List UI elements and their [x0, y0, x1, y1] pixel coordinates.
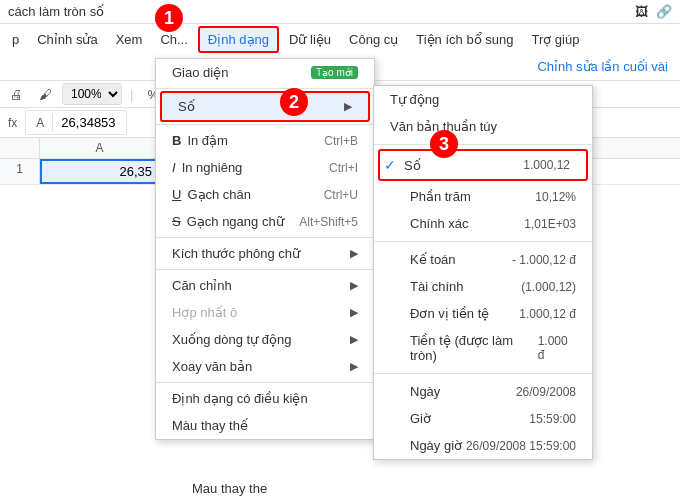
divider-3: [156, 237, 374, 238]
taomoi-badge: Tạo mới: [311, 66, 358, 79]
formula-value: 26,34853: [53, 113, 123, 132]
so-checkmark: ✓: [384, 157, 396, 173]
chinhxac-value: 1,01E+03: [524, 217, 576, 231]
cell-ref: A: [28, 114, 53, 132]
indam-shortcut: Ctrl+B: [324, 134, 358, 148]
so-divider-2: [374, 241, 592, 242]
menu-dulieu[interactable]: Dữ liệu: [281, 28, 339, 51]
menu-lastedit[interactable]: Chỉnh sửa lần cuối vài: [529, 55, 676, 78]
so-divider-3: [374, 373, 592, 374]
ketoan-value: - 1.000,12 đ: [512, 253, 576, 267]
paint-btn[interactable]: 🖌: [33, 84, 58, 105]
menu-giaodien[interactable]: Giao diện Tạo mới: [156, 59, 374, 86]
corner-cell: [0, 138, 40, 158]
mauthayte-label: Màu thay thế: [172, 418, 248, 433]
menu-dinhangddk[interactable]: Định dạng có điều kiện: [156, 385, 374, 412]
menu-trogiup[interactable]: Trợ giúp: [523, 28, 587, 51]
dinhdangddk-label: Định dạng có điều kiện: [172, 391, 308, 406]
so-gio[interactable]: Giờ 15:59:00: [374, 405, 592, 432]
icon-link[interactable]: 🔗: [656, 4, 672, 19]
menu-xem[interactable]: Xem: [108, 28, 151, 51]
xoayvb-label: Xoay văn bản: [172, 359, 252, 374]
so-tudong[interactable]: Tự động: [374, 86, 592, 113]
so-so-label: Số: [404, 158, 421, 173]
so-ketoan[interactable]: Kế toán - 1.000,12 đ: [374, 246, 592, 273]
menu-ch[interactable]: Ch...: [152, 28, 195, 51]
divider-5: [156, 382, 374, 383]
taichinh-value: (1.000,12): [521, 280, 576, 294]
col-header-a: A: [40, 138, 160, 158]
so-phantram[interactable]: Phần trăm 10,12%: [374, 183, 592, 210]
indam-icon: B: [172, 133, 181, 148]
vanban-label: Văn bản thuần túy: [390, 119, 497, 134]
taichinh-label: Tài chính: [390, 279, 463, 294]
menu-dinhdang[interactable]: Định dạng: [198, 26, 279, 53]
divider-4: [156, 269, 374, 270]
icon-image[interactable]: 🖼: [635, 4, 648, 19]
print-btn[interactable]: 🖨: [4, 84, 29, 105]
menu-tienich[interactable]: Tiện ích bổ sung: [408, 28, 521, 51]
ngaygio-label: Ngày giờ: [390, 438, 462, 453]
ngaygio-value: 26/09/2008 15:59:00: [466, 439, 576, 453]
menu-congu[interactable]: Công cụ: [341, 28, 406, 51]
so-tiente-tron[interactable]: Tiền tệ (được làm tròn) 1.000 đ: [374, 327, 592, 369]
menu-so[interactable]: Số ▶: [160, 91, 370, 122]
so-dropdown: Tự động Văn bản thuần túy ✓ Số 1.000,12 …: [373, 85, 593, 460]
menu-indam[interactable]: B In đậm Ctrl+B: [156, 127, 374, 154]
ngay-value: 26/09/2008: [516, 385, 576, 399]
divider-2: [156, 124, 374, 125]
so-ngaygio[interactable]: Ngày giờ 26/09/2008 15:59:00: [374, 432, 592, 459]
hopnhat-arrow: ▶: [350, 306, 358, 319]
xuongdong-label: Xuống dòng tự động: [172, 332, 291, 347]
phantram-label: Phần trăm: [390, 189, 471, 204]
innghieng-icon: I: [172, 160, 176, 175]
zoom-select[interactable]: 100%: [62, 83, 122, 105]
canchinh-label: Căn chỉnh: [172, 278, 232, 293]
row-num-1: 1: [0, 159, 40, 184]
menu-chinhedit[interactable]: Chỉnh sửa: [29, 28, 105, 51]
menu-mauthayte[interactable]: Màu thay thế: [156, 412, 374, 439]
menu-p[interactable]: p: [4, 28, 27, 51]
menu-canchinh[interactable]: Căn chỉnh ▶: [156, 272, 374, 299]
so-arrow: ▶: [344, 100, 352, 113]
phantram-value: 10,12%: [535, 190, 576, 204]
canchinh-arrow: ▶: [350, 279, 358, 292]
so-taichinh[interactable]: Tài chính (1.000,12): [374, 273, 592, 300]
title-bar: cách làm tròn số 🖼 🔗: [0, 0, 680, 24]
menu-hopnhat[interactable]: Hợp nhất ô ▶: [156, 299, 374, 326]
so-ngay[interactable]: Ngày 26/09/2008: [374, 378, 592, 405]
giaodien-label: Giao diện: [172, 65, 228, 80]
so-vantban[interactable]: Văn bản thuần túy: [374, 113, 592, 140]
gachngang-label: Gạch ngang chữ: [187, 214, 284, 229]
ketoan-label: Kế toán: [390, 252, 456, 267]
gio-value: 15:59:00: [529, 412, 576, 426]
so-chinhxac[interactable]: Chính xác 1,01E+03: [374, 210, 592, 237]
indam-label: In đậm: [187, 133, 228, 148]
menu-xoayvb[interactable]: Xoay văn bản ▶: [156, 353, 374, 380]
so-divider-1: [374, 144, 592, 145]
tientetron-value: 1.000 đ: [538, 334, 576, 362]
donvi-value: 1.000,12 đ: [519, 307, 576, 321]
so-label: Số: [178, 99, 195, 114]
menu-gachchan[interactable]: U Gạch chân Ctrl+U: [156, 181, 374, 208]
cell-a1[interactable]: 26,35: [40, 159, 160, 184]
menu-gachngang[interactable]: S Gạch ngang chữ Alt+Shift+5: [156, 208, 374, 235]
xuongdong-arrow: ▶: [350, 333, 358, 346]
kichthuoc-arrow: ▶: [350, 247, 358, 260]
so-donvi[interactable]: Đơn vị tiền tệ 1.000,12 đ: [374, 300, 592, 327]
gachchan-label: Gạch chân: [187, 187, 251, 202]
menu-xuongdong[interactable]: Xuống dòng tự động ▶: [156, 326, 374, 353]
gachngang-icon: S: [172, 214, 181, 229]
fx-label: fx: [4, 114, 21, 132]
so-so-value: 1.000,12: [523, 158, 570, 172]
bottom-mauthayte-text: Mau thay the: [192, 481, 267, 496]
tudong-label: Tự động: [390, 92, 439, 107]
tientetron-label: Tiền tệ (được làm tròn): [390, 333, 538, 363]
so-so[interactable]: ✓ Số 1.000,12: [378, 149, 588, 181]
donvi-label: Đơn vị tiền tệ: [390, 306, 489, 321]
chinhxac-label: Chính xác: [390, 216, 469, 231]
innghieng-label: In nghiêng: [182, 160, 243, 175]
menu-innghieng[interactable]: I In nghiêng Ctrl+I: [156, 154, 374, 181]
divider-1: [156, 88, 374, 89]
menu-kichthuoc[interactable]: Kích thước phông chữ ▶: [156, 240, 374, 267]
